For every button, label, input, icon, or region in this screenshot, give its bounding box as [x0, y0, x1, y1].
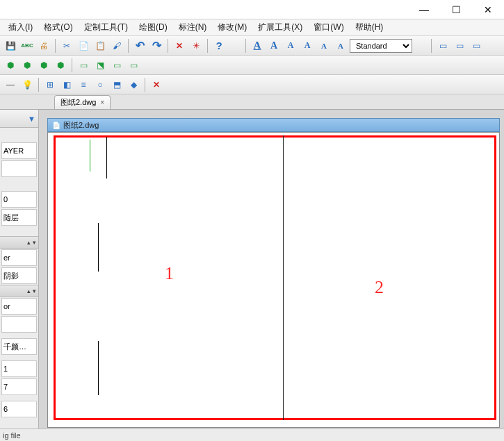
shape-tool-icon[interactable]: ▭ — [126, 58, 141, 73]
text-justify-icon[interactable]: A — [316, 38, 332, 53]
circle-tool-icon[interactable]: ○ — [92, 77, 108, 92]
shape-tool-icon[interactable]: ⬢ — [53, 58, 68, 73]
drawn-line — [90, 140, 90, 172]
save-icon[interactable]: 💾 — [3, 38, 18, 53]
shape-tool-icon[interactable]: ⬢ — [3, 58, 18, 73]
drawn-line — [106, 137, 107, 178]
drawn-line — [98, 341, 99, 395]
property-row-layer[interactable]: AYER — [1, 142, 37, 159]
shape-tool-icon[interactable]: ▭ — [109, 58, 124, 73]
align-left-icon[interactable]: ▭ — [435, 38, 450, 53]
menu-bar: 插入(I) 格式(O) 定制工具(T) 绘图(D) 标注(N) 修改(M) 扩展… — [0, 19, 504, 36]
redo-icon[interactable]: ↷ — [149, 38, 164, 53]
title-bar: — ☐ ✕ — [0, 0, 504, 19]
text-scale-icon[interactable]: A — [300, 38, 315, 53]
bulb-icon[interactable]: 💡 — [19, 77, 35, 92]
spellcheck-icon[interactable]: ABC — [19, 38, 35, 53]
shape-tool-icon[interactable]: ⬔ — [92, 58, 108, 73]
separator — [55, 39, 56, 53]
minimize-button[interactable]: — — [408, 0, 440, 19]
property-row-empty[interactable] — [1, 316, 37, 333]
align-right-icon[interactable]: ▭ — [469, 38, 484, 53]
list-icon[interactable]: ≡ — [76, 77, 91, 92]
separator — [431, 39, 432, 53]
layout-icon[interactable]: ◧ — [59, 77, 74, 92]
tab-close-icon[interactable]: × — [100, 99, 104, 106]
separator — [128, 39, 129, 53]
menu-modify[interactable]: 修改(M) — [212, 20, 252, 35]
main-body: ▼ AYER 0 随层 ▴ ▾ er 阴影 ▴ ▾ or 千颜… 1 7 6 📄… — [0, 110, 504, 436]
sun-icon[interactable]: ☀ — [188, 38, 204, 53]
text-style-icon[interactable]: A — [250, 38, 265, 53]
document-tab[interactable]: 图纸2.dwg × — [54, 95, 111, 109]
canvas-container: 📄 图纸2.dwg 1 2 — [39, 110, 504, 436]
text-find-icon[interactable]: A — [283, 38, 298, 53]
text-icon[interactable]: A — [266, 38, 282, 53]
grid-icon[interactable]: ⊞ — [42, 77, 58, 92]
paste-icon[interactable]: 📋 — [92, 38, 108, 53]
toolbar-main: 💾 ABC 🖨 ✂ 📄 📋 🖌 ↶ ↷ ✕ ☀ ? A A A A A A St… — [0, 36, 504, 56]
viewport-label-2: 2 — [375, 277, 384, 298]
drawing-icon: 📄 — [52, 122, 60, 129]
toolbar-shapes: ⬢ ⬢ ⬢ ⬢ ▭ ⬔ ▭ ▭ — [0, 56, 504, 75]
separator — [207, 39, 208, 53]
menu-custom-tools[interactable]: 定制工具(T) — [79, 20, 133, 35]
properties-panel: ▼ AYER 0 随层 ▴ ▾ er 阴影 ▴ ▾ or 千颜… 1 7 6 — [0, 110, 39, 436]
copy-icon[interactable]: 📄 — [76, 38, 91, 53]
format-painter-icon[interactable]: 🖌 — [109, 38, 124, 53]
selection-frame — [54, 135, 496, 420]
menu-format[interactable]: 格式(O) — [38, 20, 78, 35]
undo-icon[interactable]: ↶ — [132, 38, 147, 53]
property-row[interactable]: er — [1, 249, 37, 266]
property-row-value[interactable]: 0 — [1, 191, 37, 208]
help-icon[interactable]: ? — [211, 38, 227, 53]
align-center-icon[interactable]: ▭ — [452, 38, 467, 53]
menu-annotate[interactable]: 标注(N) — [173, 20, 213, 35]
document-tab-label: 图纸2.dwg — [60, 97, 96, 108]
toolbar-misc: — 💡 ⊞ ◧ ≡ ○ ⬒ ◆ ✕ — [0, 75, 504, 94]
diamond-tool-icon[interactable]: ◆ — [126, 77, 141, 92]
property-row-color[interactable]: 千颜… — [1, 338, 37, 355]
cut-icon[interactable]: ✂ — [59, 38, 74, 53]
menu-insert[interactable]: 插入(I) — [3, 20, 38, 35]
separator — [38, 78, 39, 92]
rect-tool-icon[interactable]: ⬒ — [109, 77, 124, 92]
menu-help[interactable]: 帮助(H) — [350, 20, 389, 35]
property-row-value[interactable]: 1 — [1, 360, 37, 377]
viewport-label-1: 1 — [165, 263, 174, 284]
shape-tool-icon[interactable]: ⬢ — [36, 58, 51, 73]
property-row-value[interactable]: 7 — [1, 378, 37, 395]
print-icon[interactable]: 🖨 — [36, 38, 51, 53]
section-header[interactable]: ▴ ▾ — [0, 285, 38, 297]
maximize-button[interactable]: ☐ — [440, 0, 472, 19]
filter-icon[interactable]: ▼ — [28, 115, 35, 123]
section-header[interactable]: ▴ ▾ — [0, 236, 38, 249]
menu-ext-tools[interactable]: 扩展工具(X) — [252, 20, 308, 35]
line-tool-icon[interactable]: — — [3, 77, 18, 92]
menu-window[interactable]: 窗口(W) — [308, 20, 349, 35]
close-tool-icon[interactable]: ✕ — [149, 77, 164, 92]
shape-tool-icon[interactable]: ▭ — [76, 58, 91, 73]
text-style-select[interactable]: Standard — [350, 39, 412, 53]
separator — [145, 78, 145, 92]
status-bar: ig file — [0, 428, 504, 441]
drawn-line — [98, 223, 99, 272]
property-row-shadow[interactable]: 阴影 — [1, 267, 37, 284]
property-row-empty[interactable] — [1, 160, 37, 177]
separator — [72, 58, 72, 72]
canvas-title-label: 图纸2.dwg — [63, 120, 99, 131]
delete-icon[interactable]: ✕ — [172, 38, 187, 53]
drawing-canvas[interactable]: 1 2 — [47, 132, 500, 428]
separator — [245, 39, 246, 53]
close-window-button[interactable]: ✕ — [472, 0, 504, 19]
menu-draw[interactable]: 绘图(D) — [133, 20, 173, 35]
shape-tool-icon[interactable]: ⬢ — [19, 58, 35, 73]
separator — [168, 39, 168, 53]
property-row-bylayer[interactable]: 随层 — [1, 209, 37, 226]
property-row-value[interactable]: 6 — [1, 401, 37, 417]
text-convert-icon[interactable]: A — [333, 38, 348, 53]
property-row[interactable]: or — [1, 298, 37, 315]
status-text: ig file — [3, 431, 21, 440]
document-tab-bar: 图纸2.dwg × — [0, 94, 504, 110]
canvas-title-bar[interactable]: 📄 图纸2.dwg — [47, 118, 500, 132]
